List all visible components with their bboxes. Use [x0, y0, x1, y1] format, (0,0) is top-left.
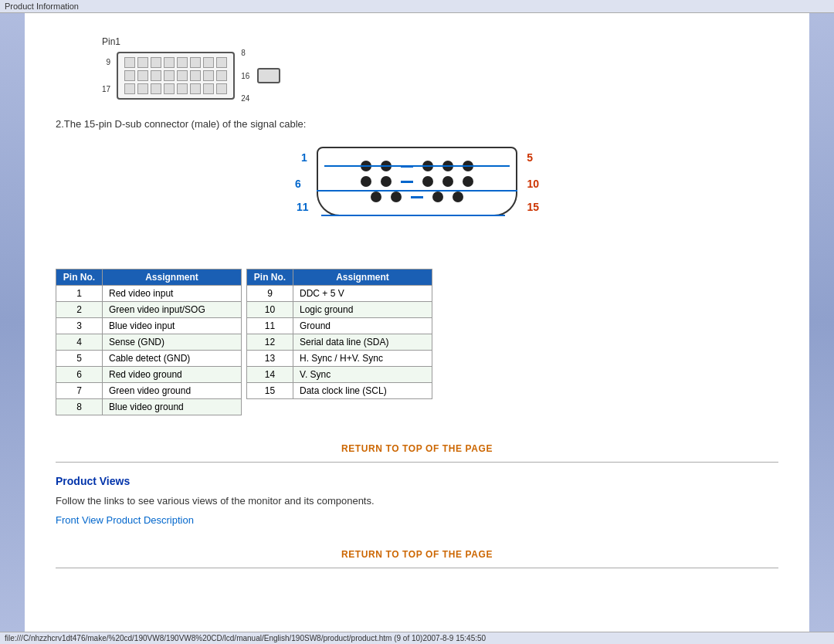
pin-cell	[177, 70, 188, 81]
table-row: 11Ground	[247, 318, 432, 334]
vga-num-5: 5	[527, 151, 533, 164]
pin-number: 4	[56, 334, 103, 351]
vga-connector-body	[317, 147, 517, 216]
pin-assignment: Data clock line (SCL)	[293, 383, 432, 399]
pin-assignment: V. Sync	[293, 367, 432, 383]
pin-cell	[190, 83, 201, 94]
vga-diagram: 1 6 11 5 10 15	[293, 142, 541, 242]
pin-cell	[137, 83, 148, 94]
pin-number: 12	[247, 334, 293, 351]
pin-cell	[203, 70, 214, 81]
table-row: 4Sense (GND)	[56, 334, 242, 351]
return-link-1[interactable]: RETURN TO TOP OF THE PAGE	[56, 443, 778, 454]
pin-assignment: Sense (GND)	[103, 334, 242, 351]
table-row: 3Blue video input	[56, 318, 242, 334]
pin-assignment: Red video input	[103, 286, 242, 302]
pin-cell	[124, 83, 135, 94]
pin-cell	[177, 83, 188, 94]
pin-cell	[190, 57, 201, 68]
left-assign-header: Assignment	[103, 269, 242, 286]
pin-assignment: Green video ground	[103, 383, 242, 399]
pin-number: 14	[247, 367, 293, 383]
pin-number: 13	[247, 351, 293, 367]
connector-desc: 2.The 15-pin D-sub connector (male) of t…	[56, 118, 778, 130]
vga-line-2	[317, 190, 517, 192]
vga-line-1	[324, 165, 510, 167]
section-divider-1	[56, 462, 778, 463]
row-label-9: 9	[102, 58, 110, 66]
vga-pin	[453, 192, 463, 202]
title-bar: Product Information	[0, 0, 834, 13]
connector-24pin	[117, 52, 235, 100]
pin-number: 15	[247, 383, 293, 399]
table-row: 8Blue video ground	[56, 399, 242, 415]
vga-num-11: 11	[297, 201, 309, 213]
pin-cell	[151, 70, 161, 81]
pin-cell	[216, 70, 227, 81]
vga-row-2	[361, 176, 473, 187]
pin-number: 1	[56, 286, 103, 302]
pin-cell	[190, 70, 201, 81]
table-row: 15Data clock line (SCL)	[247, 383, 432, 399]
table-row: 6Red video ground	[56, 367, 242, 383]
section-divider-2	[56, 568, 778, 568]
vga-pin	[381, 176, 392, 187]
table-row: 9DDC + 5 V	[247, 286, 432, 302]
pin-cell	[164, 83, 175, 94]
vga-num-1: 1	[301, 151, 307, 164]
left-table-body: 1Red video input2Green video input/SOG3B…	[56, 286, 242, 415]
pin-number: 7	[56, 383, 103, 399]
pin-cell	[203, 83, 214, 94]
table-row: 5Cable detect (GND)	[56, 351, 242, 367]
vga-line-3	[321, 215, 505, 216]
row-label-17: 17	[102, 85, 110, 93]
table-row: 14V. Sync	[247, 367, 432, 383]
pin-number: 11	[247, 318, 293, 334]
pin-assignment: Ground	[293, 318, 432, 334]
right-side-panel	[809, 13, 834, 632]
vga-pin	[463, 176, 473, 187]
product-views-description: Follow the links to see various views of…	[56, 495, 778, 507]
vga-dash	[401, 181, 413, 183]
pin-assignment: Blue video input	[103, 318, 242, 334]
table-row: 12Serial data line (SDA)	[247, 334, 432, 351]
pin-cell	[203, 57, 214, 68]
pin-cell	[124, 57, 135, 68]
connector-24pin-wrapper: 9 17	[102, 49, 280, 103]
table-row: 7Green video ground	[56, 383, 242, 399]
pin-assignment: Cable detect (GND)	[103, 351, 242, 367]
pin-tables-wrapper: Pin No. Assignment 1Red video input2Gree…	[56, 261, 778, 431]
table-row: 1Red video input	[56, 286, 242, 302]
pin-number: 2	[56, 302, 103, 318]
connector-desc-text: 2.The 15-pin D-sub connector (male) of t…	[56, 118, 306, 130]
pin-assignment: Logic ground	[293, 302, 432, 318]
pin-cell	[177, 57, 188, 68]
vga-dash	[411, 196, 423, 198]
title-bar-text: Product Information	[5, 2, 79, 11]
pin-assignment: H. Sync / H+V. Sync	[293, 351, 432, 367]
pin-cell	[151, 83, 161, 94]
return-link-2[interactable]: RETURN TO TOP OF THE PAGE	[56, 549, 778, 560]
product-views-title: Product Views	[56, 475, 778, 487]
table-row: 2Green video input/SOG	[56, 302, 242, 318]
pin-cell	[164, 57, 175, 68]
pin-table-left: Pin No. Assignment 1Red video input2Gree…	[56, 269, 242, 415]
pin-assignment: Blue video ground	[103, 399, 242, 415]
pin-cell	[151, 57, 161, 68]
pin-cell	[164, 70, 175, 81]
front-view-link[interactable]: Front View Product Description	[56, 514, 194, 526]
vga-num-10: 10	[527, 178, 539, 190]
left-pinno-header: Pin No.	[56, 269, 103, 286]
row-label-24: 24	[241, 94, 249, 103]
pin-cell	[216, 83, 227, 94]
vga-num-6: 6	[295, 178, 301, 190]
product-views-section: Product Views Follow the links to see va…	[56, 475, 778, 526]
vga-pin	[361, 176, 371, 187]
row-label-16: 16	[241, 72, 249, 80]
vga-num-15: 15	[527, 201, 539, 213]
pin-number: 10	[247, 302, 293, 318]
vga-diagram-section: 1 6 11 5 10 15	[56, 142, 778, 242]
vga-pin	[422, 176, 433, 187]
pin1-section: Pin1 9 17	[102, 36, 778, 103]
pin-cell	[137, 57, 148, 68]
